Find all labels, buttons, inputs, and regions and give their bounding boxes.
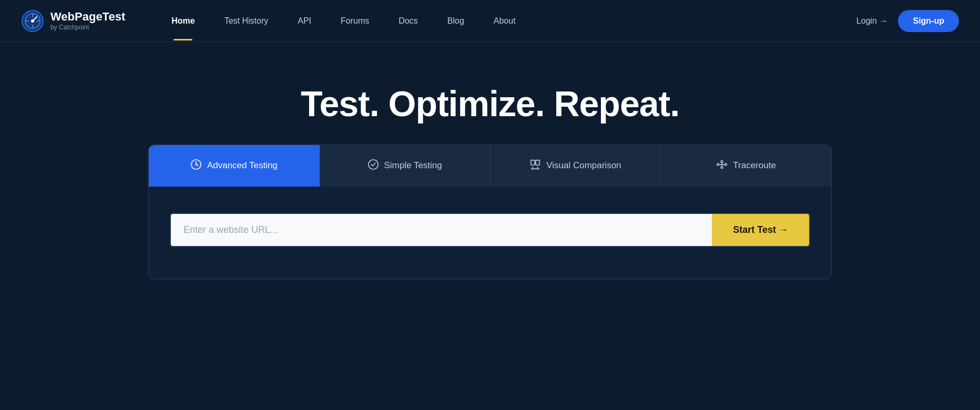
nav-link-api[interactable]: API <box>283 2 326 40</box>
nav-link-about[interactable]: About <box>479 2 530 40</box>
tab-advanced-testing[interactable]: Advanced Testing <box>149 145 320 187</box>
tab-traceroute[interactable]: Traceroute <box>661 145 831 187</box>
test-tabs: Advanced Testing Simple Testing <box>149 145 831 187</box>
hero-title: Test. Optimize. Repeat. <box>301 84 679 124</box>
logo-sub: by Catchpoint <box>50 24 125 31</box>
simple-testing-icon <box>368 159 379 173</box>
traceroute-icon <box>716 159 728 173</box>
url-input-row: Start Test → <box>170 213 810 247</box>
tab-simple-testing[interactable]: Simple Testing <box>320 145 491 187</box>
signup-button[interactable]: Sign-up <box>898 10 959 32</box>
tab-visual-comparison[interactable]: Visual Comparison <box>491 145 661 187</box>
svg-point-10 <box>368 160 377 169</box>
tab-advanced-label: Advanced Testing <box>207 160 278 171</box>
test-panel: Advanced Testing Simple Testing <box>148 145 832 279</box>
nav-link-blog[interactable]: Blog <box>433 2 479 40</box>
nav-link-test-history[interactable]: Test History <box>210 2 283 40</box>
tab-simple-label: Simple Testing <box>384 160 442 171</box>
url-input[interactable] <box>171 214 712 246</box>
logo-name: WebPageTest <box>50 11 125 23</box>
visual-comparison-icon <box>529 159 541 173</box>
nav-link-docs[interactable]: Docs <box>384 2 432 40</box>
advanced-testing-icon <box>190 159 202 173</box>
tab-visual-label: Visual Comparison <box>546 160 621 171</box>
svg-point-9 <box>195 163 198 166</box>
nav-link-forums[interactable]: Forums <box>326 2 384 40</box>
login-button[interactable]: Login → <box>856 16 888 26</box>
svg-rect-12 <box>536 160 539 165</box>
svg-rect-11 <box>531 160 535 165</box>
test-body: Start Test → <box>149 187 831 279</box>
hero-section: Test. Optimize. Repeat. Advanced Testing <box>0 42 980 311</box>
nav-link-home[interactable]: Home <box>157 2 209 40</box>
start-test-button[interactable]: Start Test → <box>712 214 809 246</box>
nav-links: Home Test History API Forums Docs Blog A… <box>157 2 856 40</box>
logo[interactable]: WebPageTest by Catchpoint <box>21 9 125 33</box>
nav-right: Login → Sign-up <box>856 10 959 32</box>
main-nav: WebPageTest by Catchpoint Home Test Hist… <box>0 0 980 42</box>
logo-icon <box>21 9 44 33</box>
tab-traceroute-label: Traceroute <box>733 160 776 171</box>
